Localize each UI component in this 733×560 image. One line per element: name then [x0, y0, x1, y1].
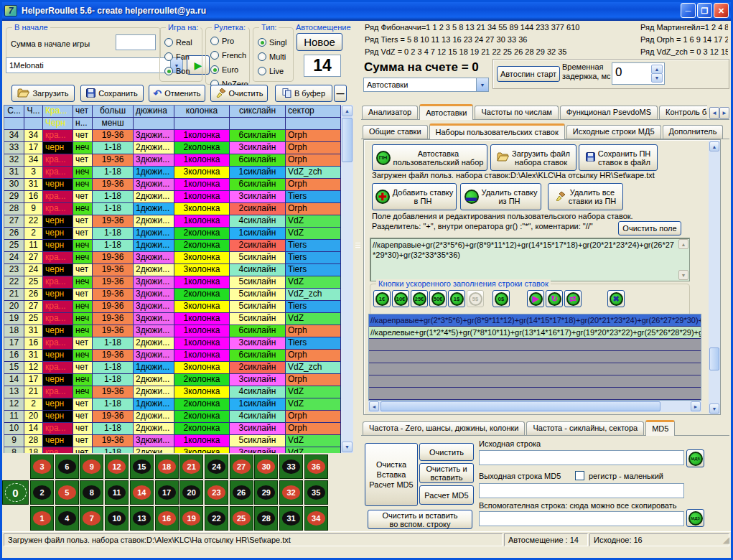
md5-run-source-button[interactable]: МД5 [686, 449, 704, 467]
multiply-icon-button[interactable]: ✖ [607, 290, 625, 307]
scroll-down-icon[interactable]: ▼ [709, 403, 719, 414]
tab-scroll-left-icon[interactable]: ◄ [709, 107, 719, 119]
tab-дополнитель[interactable]: Дополнитель [663, 125, 724, 139]
table-row[interactable]: 1831черннеч19-363дюжи...1колонка6сиклайн… [4, 325, 341, 337]
bet-edit-field[interactable]: //кареправые+gr(2*3*5*6)+gr(8*9*11*12)+g… [370, 238, 690, 281]
table-scrollbar[interactable]: ▲ ▼ [341, 105, 353, 453]
toolbar-load-button[interactable]: Загрузить [11, 85, 75, 102]
roulette-cell-21[interactable]: 21 [179, 454, 203, 479]
table-row[interactable]: 2722чернчет19-362дюжи...1колонка4сиклайн… [4, 215, 341, 228]
scroll-up-icon[interactable]: ▲ [678, 239, 688, 249]
roulette-cell-19[interactable]: 19 [179, 506, 203, 531]
table-row[interactable]: 1417черннеч1-182дюжи...2колонка3сиклайнO… [4, 374, 341, 386]
close-button[interactable]: ✕ [714, 3, 729, 18]
bets-list-row[interactable] [369, 351, 701, 363]
roulette-cell-25[interactable]: 25 [230, 506, 253, 531]
table-scroll-thumb[interactable] [342, 118, 353, 162]
roulette-cell-7[interactable]: 7 [80, 506, 103, 531]
radio-french[interactable]: French [210, 48, 248, 62]
roulette-cell-8[interactable]: 8 [80, 480, 103, 505]
md5-aux-input[interactable] [479, 511, 684, 526]
roulette-cell-30[interactable]: 30 [254, 454, 278, 479]
roulette-cell-0[interactable]: 0 [2, 480, 29, 505]
preset-combobox[interactable]: 1Melonati ▼ [6, 57, 183, 73]
toolbar-buffer-button[interactable]: В буфер [275, 85, 332, 102]
tab-scroll-right-icon[interactable]: ► [719, 107, 729, 119]
roulette-cell-6[interactable]: 6 [55, 454, 79, 479]
tab-анализатор[interactable]: Анализатор [362, 106, 418, 119]
roulette-cell-3[interactable]: 3 [30, 454, 54, 479]
delay-spinner[interactable]: 0 ▲ ▼ [612, 62, 665, 85]
scroll-up-icon[interactable]: ▲ [342, 106, 353, 116]
roulette-cell-1[interactable]: 1 [30, 506, 54, 531]
table-row[interactable]: 3317черннеч1-182дюжи...2колонка3сиклайнO… [4, 142, 341, 154]
table-row[interactable]: 1014кра...чет1-182дюжи...2колонка3сиклай… [4, 423, 341, 435]
scroll-right-icon[interactable]: ► [691, 401, 701, 411]
table-row[interactable]: 2916кра...чет1-182дюжи...1колонка3сиклай… [4, 191, 341, 203]
autobets-combobox[interactable]: Автоставки ▼ [363, 78, 489, 92]
bets-list-row[interactable] [369, 388, 701, 400]
roulette-cell-17[interactable]: 17 [155, 480, 179, 505]
spinner-down-icon[interactable]: ▼ [651, 73, 663, 83]
roulette-cell-4[interactable]: 4 [55, 506, 79, 531]
resize-grip[interactable]: ◢ [723, 535, 729, 545]
chevron-down-icon[interactable]: ▼ [476, 78, 488, 91]
tab-исходные-строки-мд5[interactable]: Исходные строки МД5 [566, 125, 661, 139]
roulette-cell-29[interactable]: 29 [254, 480, 278, 505]
roulette-cell-23[interactable]: 23 [205, 480, 228, 505]
table-row[interactable]: 122чернчет1-181дюжи...2колонка1сиклайнVd… [4, 398, 341, 411]
radio-singl[interactable]: Singl [258, 35, 291, 50]
table-row[interactable]: 1120чернчет19-362дюжи...2колонка4сиклайн… [4, 411, 341, 423]
md5-clear-paste-calc-button[interactable]: Очистка Вставка Расчет MD5 [365, 443, 418, 506]
roulette-cell-31[interactable]: 31 [279, 506, 303, 531]
md5-output-input[interactable] [479, 483, 684, 498]
panel-vscrollbar[interactable]: ▲ ▼ [709, 141, 720, 414]
radio-euro[interactable]: Euro [210, 62, 248, 77]
start-sum-input[interactable] [116, 34, 156, 50]
table-row[interactable]: 313кра...неч1-181дюжи...3колонка1сиклайн… [4, 167, 341, 179]
list-scroll-thumb[interactable] [380, 401, 660, 411]
table-row[interactable]: 2126чернчет19-363дюжи...2колонка5сиклайн… [4, 289, 341, 301]
md5-clear-paste-aux-button[interactable]: Очистить и вставить во вспом. строку [368, 510, 472, 529]
radio-live[interactable]: Live [258, 64, 291, 78]
roulette-cell-28[interactable]: 28 [254, 506, 278, 531]
bets-list-row[interactable] [369, 339, 701, 351]
roulette-cell-26[interactable]: 26 [230, 480, 253, 505]
swap-icon-button[interactable]: ⇄ [564, 290, 582, 307]
toolbar-minus-button[interactable]: — [334, 85, 347, 102]
bet-10eur-button[interactable]: 10€ [392, 290, 409, 307]
table-row[interactable]: 2027кра...неч19-363дюжи...3колонка5сикла… [4, 301, 341, 313]
roulette-cell-15[interactable]: 15 [130, 454, 154, 479]
bet-50eur-button[interactable]: 50€ [429, 290, 447, 307]
bets-list-row[interactable]: //кареправые+gr(2*3*5*6)+gr(8*9*11*12)+g… [369, 314, 701, 327]
table-row[interactable]: 2324чернчет19-362дюжи...3колонка4сиклайн… [4, 264, 341, 276]
radio-multi[interactable]: Multi [258, 50, 291, 64]
roulette-cell-24[interactable]: 24 [205, 454, 228, 479]
md5-clear-button[interactable]: Очистить [419, 443, 474, 461]
scroll-down-icon[interactable]: ▼ [678, 270, 688, 280]
autoshift-new-button[interactable]: Новое [297, 33, 342, 51]
scroll-up-icon[interactable]: ▲ [709, 141, 719, 151]
roulette-cell-34[interactable]: 34 [304, 506, 328, 531]
bets-list-row[interactable] [369, 363, 701, 375]
roulette-cell-33[interactable]: 33 [279, 454, 303, 479]
table-row[interactable]: 3234кра...чет19-363дюжи...1колонка6сикла… [4, 154, 341, 167]
bet-0usd-button[interactable]: 0$ [492, 290, 510, 307]
clear-field-button[interactable]: Очистить поле [618, 221, 681, 235]
table-row[interactable]: 1512кра...чет1-181дюжи...3колонка2сиклай… [4, 362, 341, 374]
table-row[interactable]: 1631черннеч19-363дюжи...1колонка6сиклайн… [4, 350, 341, 362]
save-bet-set-button[interactable]: Сохранить ПН ставок в файл [579, 144, 658, 171]
roulette-cell-12[interactable]: 12 [105, 454, 129, 479]
maximize-button[interactable]: ❐ [697, 3, 712, 18]
list-hscrollbar[interactable]: ◄ ► [368, 401, 701, 412]
autobet-user-set-button[interactable]: ПН Автоставка пользовательский набор [372, 144, 487, 171]
table-row[interactable]: 262чернчет1-181дюжи...2колонка1сиклайнVd… [4, 228, 341, 240]
md5-clear-and-paste-button[interactable]: Очистить и вставить [419, 463, 474, 483]
table-row[interactable]: 1321кра...неч19-362дюжи...3колонка4сикла… [4, 386, 341, 398]
tab-частота-zero-шансы-дюжины-колонки[interactable]: Частота - Zero, шансы, дюжины, колонки [363, 421, 525, 435]
tab-наборы-пользовательских-ставок[interactable]: Наборы пользовательских ставок [429, 123, 565, 139]
radio-real[interactable]: Real [164, 35, 200, 50]
roulette-cell-20[interactable]: 20 [179, 480, 203, 505]
roulette-cell-16[interactable]: 16 [155, 506, 179, 531]
roulette-cell-18[interactable]: 18 [155, 454, 179, 479]
